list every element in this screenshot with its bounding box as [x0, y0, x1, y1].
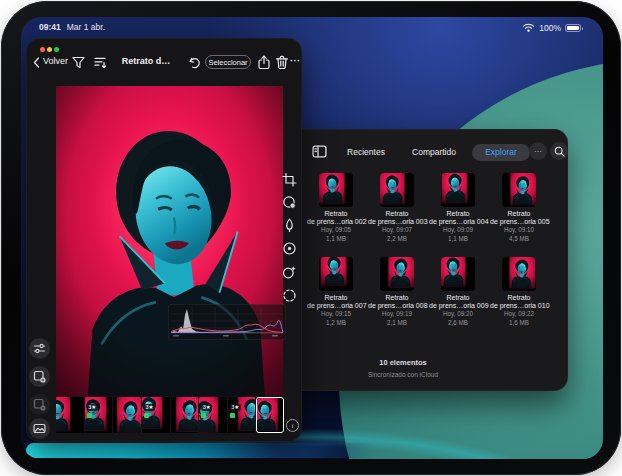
close-window-button[interactable] — [40, 47, 45, 52]
more-button[interactable]: ··· — [529, 142, 547, 160]
file-size: 2,2 MB — [368, 235, 426, 244]
select-button[interactable]: Seleccionar — [205, 55, 251, 69]
undo-icon[interactable] — [188, 56, 202, 70]
file-title: Retrato — [490, 210, 548, 218]
filmstrip: 3★ 3★ 3★ 3★ — [56, 397, 284, 433]
edited-badge — [87, 413, 92, 418]
file-date: Hoy, 09:07 — [368, 226, 426, 235]
file-date: Hoy, 09:15 — [307, 310, 365, 319]
file-thumbnail[interactable] — [319, 173, 353, 207]
adjustments-button[interactable] — [29, 338, 50, 359]
minimize-window-button[interactable] — [47, 47, 52, 52]
file-title: Retrato — [368, 294, 426, 302]
file-size: 1,6 MB — [490, 319, 548, 328]
status-time: 09:41 — [39, 22, 61, 32]
file-date: Hoy, 09:19 — [368, 310, 426, 319]
file-date: Hoy, 09:09 — [429, 226, 487, 235]
vignette-icon[interactable] — [282, 241, 297, 256]
tab-compartido[interactable]: Compartido — [401, 144, 467, 161]
file-thumbnail[interactable] — [380, 173, 414, 207]
file-thumbnail[interactable] — [502, 173, 536, 207]
file-thumbnail[interactable] — [319, 257, 353, 291]
edited-badge — [201, 413, 206, 418]
filters-icon[interactable] — [282, 195, 297, 210]
rating-badge: 3★ — [230, 404, 241, 411]
file-item-010[interactable]: Retrato de prens…oria 010 Hoy, 09:22 1,6… — [490, 257, 548, 327]
file-item-003[interactable]: Retrato de prens…oria 003 Hoy, 09:07 2,2… — [368, 173, 426, 243]
status-bar: 09:41 Mar 1 abr. 100% — [21, 21, 603, 35]
filmstrip-thumb[interactable] — [113, 397, 141, 433]
file-title: Retrato — [490, 294, 548, 302]
info-icon: i — [292, 422, 294, 430]
more-icon[interactable]: ··· — [290, 56, 301, 66]
share-icon[interactable] — [257, 55, 271, 70]
file-size: 1,1 MB — [429, 235, 487, 244]
file-item-005[interactable]: Retrato de prens…oria 005 Hoy, 09:10 4,5… — [490, 173, 548, 243]
file-title: Retrato — [429, 294, 487, 302]
rating-badge: 3★ — [87, 404, 98, 411]
copy-edits-icon — [33, 370, 46, 383]
editor-window: Volver Retrato d… Selec — [26, 38, 302, 442]
file-thumbnail[interactable] — [441, 257, 475, 291]
trash-icon[interactable] — [275, 55, 289, 70]
paste-edits-button[interactable] — [29, 394, 50, 415]
file-thumbnail[interactable] — [502, 257, 536, 291]
wallpaper-cyan-band — [26, 443, 450, 458]
file-thumbnail[interactable] — [380, 257, 414, 291]
copy-edits-button[interactable] — [29, 366, 50, 387]
brush-icon[interactable] — [282, 218, 297, 233]
tab-recientes[interactable]: Recientes — [338, 144, 394, 161]
battery-percent: 100% — [539, 23, 561, 33]
before-after-icon — [33, 422, 46, 435]
file-item-008[interactable]: Retrato de prens…oria 008 Hoy, 09:19 2,1… — [368, 257, 426, 327]
file-item-009[interactable]: Retrato de prens…oria 009 Hoy, 09:20 2,6… — [429, 257, 487, 327]
edited-badge — [144, 413, 149, 418]
photo-canvas[interactable] — [56, 86, 283, 396]
screenshot-canvas: 09:41 Mar 1 abr. 100% — [0, 0, 622, 476]
file-date: Hoy, 09:05 — [307, 226, 365, 235]
file-size: 2,1 MB — [368, 319, 426, 328]
histogram-panel — [168, 304, 286, 340]
tab-explorar[interactable]: Explorar — [472, 144, 530, 161]
edited-badge — [230, 413, 235, 418]
status-date: Mar 1 abr. — [67, 22, 105, 32]
before-after-button[interactable] — [29, 418, 50, 439]
file-size: 4,5 MB — [490, 235, 548, 244]
sidebar-icon[interactable] — [312, 144, 327, 159]
heal-icon[interactable] — [282, 288, 297, 303]
info-button[interactable]: i — [286, 419, 299, 432]
wifi-icon — [522, 22, 535, 33]
search-button[interactable] — [550, 142, 568, 160]
file-title: Retrato — [307, 294, 365, 302]
battery-icon — [565, 24, 581, 32]
adjust-icon — [33, 342, 46, 355]
paste-edits-icon — [33, 398, 46, 411]
file-item-004[interactable]: Retrato de prens…oria 004 Hoy, 09:09 1,1… — [429, 173, 487, 243]
file-title: Retrato — [307, 210, 365, 218]
filmstrip-thumb[interactable]: 3★ — [85, 397, 113, 433]
filmstrip-thumb[interactable]: 3★ — [142, 397, 170, 433]
more-icon: ··· — [534, 147, 542, 156]
file-size: 1,1 MB — [307, 235, 365, 244]
file-date: Hoy, 09:22 — [490, 310, 548, 319]
editor-toolbar: Volver Retrato d… Selec — [26, 53, 302, 73]
filmstrip-thumb-selected[interactable] — [256, 397, 284, 433]
rating-badge: 3★ — [201, 404, 212, 411]
file-thumbnail[interactable] — [441, 173, 475, 207]
search-icon — [554, 146, 565, 157]
rating-badge: 3★ — [144, 404, 155, 411]
ipad-device: 09:41 Mar 1 abr. 100% — [1, 1, 621, 475]
filmstrip-thumb[interactable]: 3★ — [199, 397, 227, 433]
filmstrip-thumb[interactable] — [171, 397, 199, 433]
file-item-002[interactable]: Retrato de prens…oria 002 Hoy, 09:05 1,1… — [307, 173, 365, 243]
retouch-icon[interactable] — [282, 265, 297, 280]
file-date: Hoy, 09:10 — [490, 226, 548, 235]
file-title: Retrato — [429, 210, 487, 218]
zoom-window-button[interactable] — [54, 47, 59, 52]
ipad-screen: 09:41 Mar 1 abr. 100% — [21, 17, 603, 459]
crop-icon[interactable] — [282, 172, 297, 187]
filmstrip-thumb[interactable]: 3★ — [228, 397, 256, 433]
file-item-007[interactable]: Retrato de prens…oria 007 Hoy, 09:15 1,2… — [307, 257, 365, 327]
file-size: 1,2 MB — [307, 319, 365, 328]
filmstrip-thumb[interactable] — [56, 397, 84, 433]
